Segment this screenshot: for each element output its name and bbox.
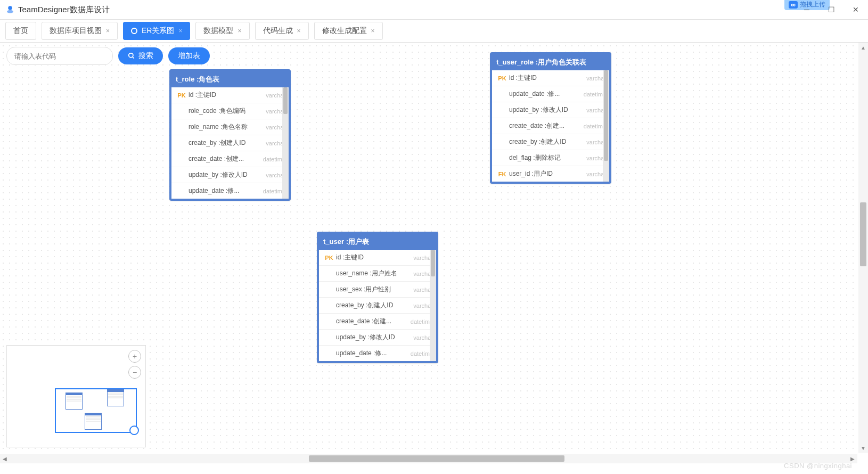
column-row[interactable]: role_code :角色编码varchar [171, 103, 289, 119]
entity-t-user[interactable]: t_user :用户表 PKid :主键IDvarchar user_name … [317, 232, 438, 363]
column-row[interactable]: user_sex :用户性别varchar [319, 282, 436, 298]
svg-point-2 [129, 53, 133, 58]
scroll-thumb[interactable] [309, 455, 564, 462]
minimap-resize-handle[interactable] [129, 426, 139, 435]
zoom-controls: + − [128, 350, 141, 379]
column-row[interactable]: create_date :创建...datetime [492, 118, 609, 134]
column-row[interactable]: create_by :创建人IDvarchar [492, 134, 609, 150]
minimap-entity [107, 389, 124, 406]
active-dot-icon [131, 28, 137, 34]
scroll-thumb[interactable] [860, 202, 866, 266]
search-button[interactable]: 搜索 [118, 47, 163, 64]
tab-label: 代码生成 [263, 26, 293, 36]
column-row[interactable]: update_by :修改人IDvarchar [171, 167, 289, 183]
column-row[interactable]: create_by :创建人IDvarchar [319, 298, 436, 314]
titlebar: TeamDesigner数据库设计 ∞ 拖拽上传 ─ ☐ ✕ [0, 0, 868, 20]
zoom-in-button[interactable]: + [128, 350, 141, 363]
column-name: user_id :用户ID [509, 169, 584, 178]
column-name: update_date :修... [336, 349, 408, 358]
column-row[interactable]: create_date :创建...datetime [171, 151, 289, 167]
column-row[interactable]: FKuser_id :用户IDvarchar [492, 166, 609, 182]
zoom-out-button[interactable]: − [128, 366, 141, 379]
horizontal-scrollbar[interactable]: ◀ ▶ [0, 454, 857, 463]
key-badge: PK [322, 255, 336, 261]
column-name: create_by :创建人ID [509, 137, 584, 146]
minimap-entity [85, 413, 102, 430]
tab-modify-gen-config[interactable]: 修改生成配置 × [314, 22, 383, 40]
column-name: update_by :修改人ID [189, 170, 264, 179]
entity-t-role[interactable]: t_role :角色表 PKid :主键IDvarchar role_code … [169, 69, 291, 201]
entity-scrollbar[interactable] [282, 87, 289, 199]
app-logo-icon [5, 5, 15, 14]
close-button[interactable]: ✕ [844, 0, 868, 19]
column-name: create_date :创建... [189, 154, 261, 164]
minimap[interactable]: + − [6, 345, 146, 447]
entity-scrollbar[interactable] [603, 70, 609, 182]
entity-t-user-role[interactable]: t_user_role :用户角色关联表 PKid :主键IDvarchar u… [490, 52, 611, 184]
add-table-button[interactable]: 增加表 [168, 47, 210, 64]
tab-label: 首页 [13, 26, 28, 36]
entity-scrollbar[interactable] [430, 250, 436, 361]
column-row[interactable]: update_date :修...datetime [319, 346, 436, 361]
tab-label: 数据库项目视图 [50, 26, 102, 36]
add-table-button-label: 增加表 [178, 51, 200, 61]
scroll-left-icon[interactable]: ◀ [0, 454, 10, 463]
vertical-scrollbar[interactable]: ▲ ▼ [858, 43, 868, 453]
column-name: user_sex :用户性别 [336, 285, 411, 294]
column-name: id :主键ID [336, 253, 411, 262]
column-row[interactable]: update_date :修...datetime [492, 86, 609, 102]
column-name: update_by :修改人ID [336, 333, 411, 342]
column-row[interactable]: del_flag :删除标记varchar [492, 150, 609, 166]
close-icon[interactable]: × [371, 27, 375, 35]
search-icon [128, 52, 135, 60]
maximize-button[interactable]: ☐ [819, 0, 844, 19]
column-row[interactable]: PKid :主键IDvarchar [319, 250, 436, 266]
entity-body: PKid :主键IDvarchar update_date :修...datet… [492, 70, 609, 182]
column-row[interactable]: user_name :用户姓名varchar [319, 266, 436, 282]
tab-home[interactable]: 首页 [5, 22, 36, 40]
tab-code-gen[interactable]: 代码生成 × [255, 22, 309, 40]
column-name: id :主键ID [509, 73, 584, 83]
entity-body: PKid :主键IDvarchar user_name :用户姓名varchar… [319, 250, 436, 361]
minimap-entity [65, 393, 83, 410]
column-name: update_date :修... [189, 186, 261, 195]
watermark: CSDN @ningxinghai [784, 462, 852, 470]
column-row[interactable]: create_date :创建...datetime [319, 314, 436, 330]
key-badge: PK [495, 75, 509, 81]
app-title: TeamDesigner数据库设计 [18, 5, 110, 15]
window-controls: ─ ☐ ✕ [795, 0, 868, 19]
close-icon[interactable]: × [238, 27, 241, 35]
column-name: create_date :创建... [336, 317, 408, 326]
scroll-up-icon[interactable]: ▲ [858, 43, 868, 52]
close-icon[interactable]: × [106, 27, 110, 35]
close-icon[interactable]: × [297, 27, 301, 35]
toolbar: 搜索 增加表 [6, 47, 210, 65]
column-name: role_code :角色编码 [189, 107, 264, 116]
tabbar: 首页 数据库项目视图 × ER关系图 × 数据模型 × 代码生成 × 修改生成配… [0, 20, 868, 43]
app-window: TeamDesigner数据库设计 ∞ 拖拽上传 ─ ☐ ✕ 首页 数据库项目视… [0, 0, 868, 474]
column-name: create_date :创建... [509, 121, 582, 130]
search-input[interactable] [6, 47, 113, 65]
column-row[interactable]: update_by :修改人IDvarchar [319, 330, 436, 346]
column-row[interactable]: role_name :角色名称varchar [171, 119, 289, 135]
column-name: user_name :用户姓名 [336, 269, 411, 278]
entity-header[interactable]: t_user_role :用户角色关联表 [492, 54, 609, 70]
svg-line-3 [133, 57, 134, 59]
entity-header[interactable]: t_role :角色表 [171, 71, 289, 87]
column-name: del_flag :删除标记 [509, 153, 584, 162]
column-row[interactable]: PKid :主键IDvarchar [492, 70, 609, 86]
close-icon[interactable]: × [178, 27, 182, 35]
minimize-button[interactable]: ─ [795, 0, 819, 19]
column-row[interactable]: PKid :主键IDvarchar [171, 87, 289, 103]
minimap-viewport[interactable] [55, 388, 137, 433]
column-row[interactable]: create_by :创建人IDvarchar [171, 135, 289, 151]
entity-header[interactable]: t_user :用户表 [319, 234, 436, 250]
tab-label: ER关系图 [142, 26, 174, 36]
column-row[interactable]: update_by :修改人IDvarchar [492, 102, 609, 118]
key-badge: PK [175, 92, 189, 99]
tab-er-diagram[interactable]: ER关系图 × [123, 22, 190, 40]
tab-db-project-view[interactable]: 数据库项目视图 × [42, 22, 118, 40]
column-row[interactable]: update_date :修...datetime [171, 183, 289, 199]
tab-data-model[interactable]: 数据模型 × [195, 22, 249, 40]
scroll-down-icon[interactable]: ▼ [858, 443, 868, 453]
